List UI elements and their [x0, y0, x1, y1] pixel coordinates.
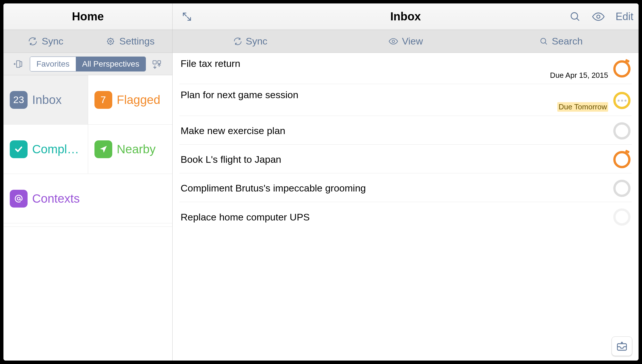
nearby-label: Nearby: [117, 142, 156, 156]
right-toolbar: Sync View Search: [173, 30, 431, 53]
reorder-icon[interactable]: [150, 58, 163, 70]
task-row[interactable]: Compliment Brutus's impeccable grooming: [179, 173, 431, 202]
task-row[interactable]: Plan for next game session Due Tomorrow: [179, 84, 431, 116]
view-label: View: [402, 36, 423, 47]
sync-icon: [28, 36, 38, 46]
left-title: Home: [72, 10, 104, 23]
view-button[interactable]: View: [328, 30, 431, 53]
filter-bar: Favorites All Perspectives: [3, 53, 172, 75]
eye-icon: [388, 36, 399, 47]
svg-rect-3: [153, 61, 156, 64]
svg-rect-2: [16, 61, 20, 67]
location-arrow-icon: [94, 140, 112, 158]
inbox-count: 23: [13, 94, 24, 105]
contexts-label: Contexts: [32, 192, 80, 206]
flagged-label: Flagged: [117, 93, 160, 107]
tile-completed[interactable]: Compl…: [3, 125, 88, 174]
gear-icon: [106, 36, 115, 46]
seg-all-perspectives[interactable]: All Perspectives: [76, 57, 146, 71]
svg-rect-4: [158, 61, 161, 63]
at-sign-icon: [10, 190, 28, 208]
task-title: Compliment Brutus's impeccable grooming: [181, 183, 431, 194]
checkmark-icon: [10, 140, 28, 158]
right-header: Inbox Edit: [173, 3, 431, 30]
task-title: File tax return: [181, 58, 431, 69]
svg-point-8: [392, 40, 395, 42]
task-row[interactable]: Replace home computer UPS: [179, 202, 431, 231]
inbox-count-badge: 23: [10, 91, 28, 109]
inbox-label: Inbox: [32, 93, 62, 107]
task-row[interactable]: Book L's flight to Japan: [179, 145, 431, 173]
tile-flagged[interactable]: 7 Flagged: [88, 75, 173, 124]
tile-inbox[interactable]: 23 Inbox: [3, 75, 88, 124]
completed-label: Compl…: [32, 142, 79, 156]
sync-label: Sync: [42, 36, 63, 47]
task-title: Make new exercise plan: [181, 125, 431, 136]
tile-nearby[interactable]: Nearby: [88, 125, 173, 174]
task-title: Book L's flight to Japan: [181, 154, 431, 165]
sync-button-right[interactable]: Sync: [173, 30, 328, 53]
tile-contexts[interactable]: Contexts: [3, 174, 172, 223]
sync-label: Sync: [246, 36, 268, 47]
perspectives-grid: 23 Inbox 7 Flagged Compl…: [3, 75, 172, 237]
perspective-segment: Favorites All Perspectives: [30, 57, 146, 71]
left-toolbar: Sync Settings: [3, 30, 172, 53]
task-row[interactable]: File tax return Due Apr 15, 2015: [179, 53, 431, 84]
add-perspective-icon[interactable]: [13, 58, 25, 70]
settings-button[interactable]: Settings: [88, 30, 172, 53]
right-title: Inbox: [390, 10, 421, 23]
seg-favorites[interactable]: Favorites: [30, 57, 76, 71]
sync-button[interactable]: Sync: [3, 30, 88, 53]
flagged-count-badge: 7: [94, 91, 112, 109]
svg-point-0: [108, 38, 113, 44]
svg-point-1: [109, 40, 111, 42]
settings-label: Settings: [119, 36, 155, 47]
left-header: Home: [3, 3, 172, 30]
task-title: Plan for next game session: [181, 89, 431, 100]
task-row[interactable]: Make new exercise plan: [179, 116, 431, 145]
task-list: File tax return Due Apr 15, 2015 Plan fo…: [173, 53, 431, 237]
sync-icon: [233, 37, 242, 46]
flagged-count: 7: [100, 94, 106, 105]
expand-button[interactable]: [178, 8, 196, 25]
task-title: Replace home computer UPS: [181, 212, 431, 223]
